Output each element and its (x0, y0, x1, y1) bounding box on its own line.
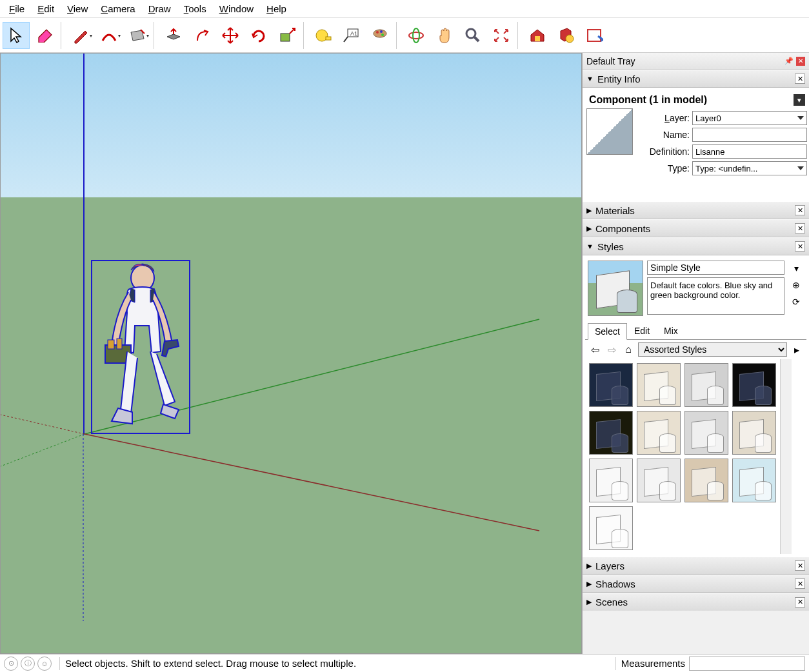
panel-components[interactable]: ▶ Components ✕ (583, 219, 809, 237)
paint-tool[interactable] (366, 22, 394, 49)
panel-scenes[interactable]: ▶ Scenes ✕ (583, 593, 809, 611)
menu-bar: File Edit View Camera Draw Tools Window … (0, 0, 809, 18)
close-icon[interactable]: ✕ (796, 57, 805, 66)
arc-tool[interactable]: ▾ (95, 22, 123, 49)
rotate-tool[interactable] (245, 22, 272, 49)
layout-tool[interactable] (581, 22, 608, 49)
style-item[interactable] (684, 459, 728, 502)
axes (1, 54, 581, 653)
style-item[interactable] (589, 459, 633, 502)
measurements-input[interactable] (689, 657, 805, 671)
profile-icon[interactable]: ☺ (37, 657, 52, 671)
menu-edit[interactable]: Edit (31, 1, 61, 17)
orbit-tool[interactable] (403, 22, 430, 49)
style-thumbnail[interactable] (588, 261, 643, 316)
zoom-tool[interactable] (459, 22, 486, 49)
tab-mix[interactable]: Mix (657, 322, 685, 339)
style-item[interactable] (637, 459, 681, 502)
style-refresh-icon[interactable]: ⟳ (790, 295, 803, 308)
pin-icon[interactable]: 📌 (784, 57, 794, 65)
zoom-extents-tool[interactable] (488, 22, 515, 49)
menu-camera[interactable]: Camera (94, 1, 141, 17)
pushpull-tool[interactable] (160, 22, 187, 49)
tape-tool[interactable] (310, 22, 337, 49)
geo-icon[interactable]: ⊙ (4, 657, 18, 671)
home-icon[interactable]: ⌂ (621, 342, 635, 357)
details-toggle[interactable]: ▾ (794, 94, 805, 106)
menu-tools[interactable]: Tools (177, 1, 213, 17)
pan-tool[interactable] (431, 22, 458, 49)
panel-materials[interactable]: ▶ Materials ✕ (583, 201, 809, 219)
panel-layers[interactable]: ▶ Layers ✕ (583, 557, 809, 575)
styles-body: Default face colors. Blue sky and green … (583, 255, 809, 557)
panel-close-icon[interactable]: ✕ (795, 597, 805, 608)
nav-back-icon[interactable]: ⇦ (588, 342, 602, 357)
definition-input[interactable] (692, 144, 807, 159)
layer-select[interactable]: Layer0 (692, 111, 807, 125)
details-icon[interactable]: ▸ (790, 342, 804, 357)
tab-select[interactable]: Select (588, 323, 627, 340)
panel-close-icon[interactable]: ✕ (795, 205, 805, 215)
scale-tool[interactable] (274, 22, 301, 49)
style-update-icon[interactable]: ▾ (790, 262, 803, 275)
svg-rect-22 (108, 340, 114, 349)
panel-shadows[interactable]: ▶ Shadows ✕ (583, 575, 809, 593)
pencil-tool[interactable]: ▾ (67, 22, 94, 49)
menu-draw[interactable]: Draw (142, 1, 177, 17)
definition-label: Definition: (639, 146, 690, 157)
svg-text:A1: A1 (350, 30, 357, 37)
style-item[interactable] (732, 411, 776, 455)
chevron-down-icon: ▼ (586, 242, 594, 250)
tray-title-bar[interactable]: Default Tray 📌 ✕ (583, 53, 809, 70)
offset-tool[interactable] (188, 22, 215, 49)
style-item[interactable] (589, 411, 633, 455)
nav-forward-icon[interactable]: ⇨ (604, 342, 619, 357)
svg-rect-0 (281, 34, 290, 41)
warehouse-tool[interactable] (524, 22, 551, 49)
style-item[interactable] (684, 411, 728, 455)
extension-tool[interactable] (552, 22, 579, 49)
eraser-tool[interactable] (31, 22, 58, 49)
style-item[interactable] (637, 363, 681, 407)
style-create-icon[interactable]: ⊕ (790, 279, 803, 292)
menu-view[interactable]: View (61, 1, 94, 17)
scrollbar[interactable] (780, 359, 792, 554)
rectangle-tool[interactable]: ▾ (124, 22, 151, 49)
style-item[interactable] (732, 459, 776, 502)
panel-entity-info[interactable]: ▼ Entity Info ✕ (583, 70, 809, 88)
type-label: Type: (639, 163, 690, 173)
type-select[interactable]: Type: <undefin... (692, 161, 807, 175)
panel-close-icon[interactable]: ✕ (795, 241, 805, 252)
style-item[interactable] (732, 363, 776, 407)
style-item[interactable] (684, 363, 728, 407)
text-tool[interactable]: A1 (338, 22, 365, 49)
move-tool[interactable] (217, 22, 244, 49)
menu-help[interactable]: Help (260, 1, 293, 17)
select-tool[interactable] (3, 22, 30, 49)
svg-point-8 (381, 34, 384, 36)
svg-line-16 (1, 434, 85, 466)
style-name-input[interactable] (647, 261, 784, 275)
svg-point-6 (376, 31, 379, 34)
tab-edit[interactable]: Edit (627, 322, 657, 339)
selected-component[interactable] (91, 260, 190, 434)
panel-close-icon[interactable]: ✕ (795, 578, 805, 589)
menu-file[interactable]: File (3, 1, 31, 17)
panel-close-icon[interactable]: ✕ (795, 74, 805, 84)
credits-icon[interactable]: ⓘ (21, 657, 35, 671)
panel-close-icon[interactable]: ✕ (795, 560, 805, 571)
name-input[interactable] (692, 128, 807, 142)
style-item[interactable] (589, 506, 633, 550)
style-grid (585, 359, 780, 554)
style-item[interactable] (637, 411, 681, 455)
material-swatch[interactable] (586, 108, 633, 155)
panel-styles[interactable]: ▼ Styles ✕ (583, 237, 809, 255)
panel-close-icon[interactable]: ✕ (795, 223, 805, 233)
style-item[interactable] (589, 363, 633, 407)
default-tray: Default Tray 📌 ✕ ▼ Entity Info ✕ Compone… (582, 53, 809, 654)
viewport-3d[interactable] (0, 53, 582, 654)
menu-window[interactable]: Window (213, 1, 260, 17)
collection-select[interactable]: Assorted Styles (638, 342, 787, 357)
tray-title: Default Tray (586, 56, 784, 66)
status-bar: ⊙ ⓘ ☺ Select objects. Shift to extend se… (0, 654, 809, 672)
